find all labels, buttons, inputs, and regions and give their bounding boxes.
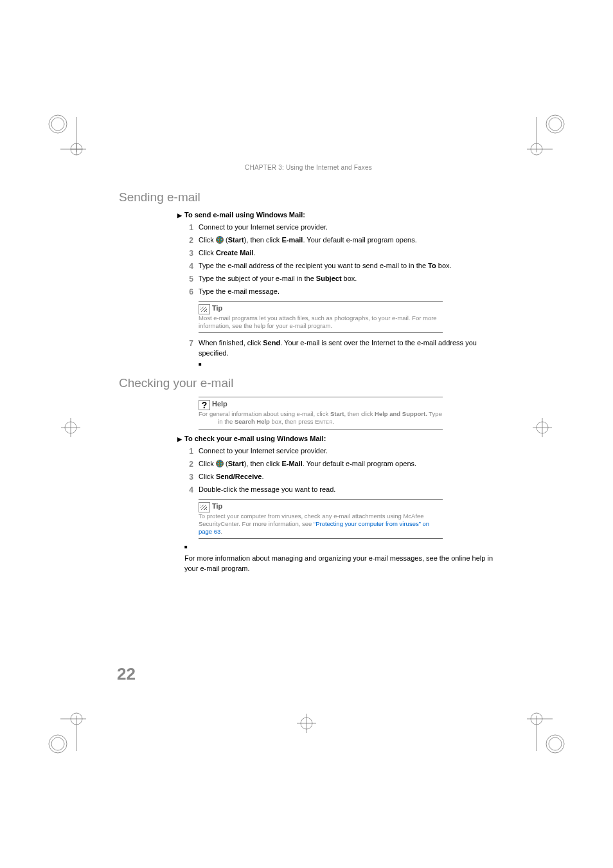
callout-body: in the — [216, 418, 235, 425]
callout-body: . — [333, 418, 335, 425]
procedure-heading: ▶ To send e-mail using Windows Mail: — [184, 211, 498, 219]
step-text: Send/Receive — [216, 473, 262, 480]
step-list: 7When finished, click Send. Your e-mail … — [184, 338, 498, 359]
step-text: Click — [199, 249, 216, 257]
step-text: ( — [224, 236, 228, 244]
step-item: 4Double-click the message you want to re… — [184, 485, 498, 495]
step-text: Type the e-mail address of the recipient… — [199, 262, 428, 269]
step-text: Connect to your Internet service provide… — [199, 223, 328, 231]
svg-point-8 — [549, 118, 562, 131]
crop-mark-icon — [48, 114, 86, 172]
callout-body: Start — [330, 410, 344, 417]
step-text: E-Mail — [281, 460, 302, 467]
step-number: 3 — [184, 248, 193, 259]
callout-body: Most e-mail programs let you attach file… — [199, 314, 437, 329]
step-text: Subject — [316, 275, 342, 282]
crop-mark-icon — [527, 696, 565, 754]
tip-icon — [199, 304, 210, 314]
procedure-heading: ▶ To check your e-mail using Windows Mai… — [184, 435, 498, 442]
step-text: Click — [199, 460, 216, 467]
triangle-icon: ▶ — [177, 436, 182, 442]
crop-mark-icon — [48, 696, 86, 754]
step-text: . Your default e-mail program opens. — [303, 460, 416, 467]
step-text: When finished, click — [199, 339, 263, 347]
tip-icon — [199, 502, 210, 512]
callout-body: Type — [427, 410, 442, 417]
callout-body: Enter — [315, 418, 333, 425]
step-item: 1Connect to your Internet service provid… — [184, 222, 498, 233]
page-content: CHAPTER 3: Using the Internet and Faxes … — [119, 164, 498, 574]
step-text: Type the e-mail message. — [199, 287, 280, 295]
callout-title: Tip — [212, 304, 222, 312]
callout-body: Search Help — [235, 418, 270, 425]
step-text: ), then click — [244, 236, 282, 244]
step-list: 1Connect to your Internet service provid… — [184, 446, 498, 495]
page-number: 22 — [117, 664, 136, 684]
crop-mark-icon — [61, 418, 80, 437]
step-number: 2 — [184, 459, 193, 470]
triangle-icon: ▶ — [177, 212, 182, 219]
end-mark-icon: ■ — [199, 361, 498, 367]
tip-callout: Tip To protect your computer from viruse… — [199, 499, 443, 539]
step-item: 3Click Create Mail. — [184, 248, 498, 258]
step-item: 1Connect to your Internet service provid… — [184, 446, 498, 457]
step-text: . — [262, 473, 263, 480]
crop-mark-icon — [527, 114, 565, 172]
step-text: Start — [228, 236, 244, 244]
tip-callout: Tip Most e-mail programs let you attach … — [199, 301, 443, 334]
step-item: 5Type the subject of your e-mail in the … — [184, 274, 498, 284]
step-text: box. — [342, 275, 357, 282]
step-text: Double-click the message you want to rea… — [199, 485, 335, 493]
step-number: 2 — [184, 235, 193, 246]
step-item: 7When finished, click Send. Your e-mail … — [184, 338, 498, 359]
section-heading-sending: Sending e-mail — [119, 190, 498, 204]
callout-body: Help and Support. — [375, 410, 427, 417]
step-item: 6Type the e-mail message. — [184, 287, 498, 297]
callout-title: Help — [212, 400, 227, 408]
section-heading-checking: Checking your e-mail — [119, 376, 498, 390]
end-mark-icon: ■ — [184, 544, 498, 550]
step-text: Click — [199, 473, 216, 480]
step-text: Start — [228, 460, 244, 467]
chapter-header: CHAPTER 3: Using the Internet and Faxes — [119, 164, 498, 171]
step-item: 4Type the e-mail address of the recipien… — [184, 261, 498, 271]
step-text: . Your default e-mail program opens. — [303, 236, 416, 244]
crop-mark-icon — [297, 714, 316, 733]
step-number: 1 — [184, 222, 193, 233]
step-text: box. — [436, 262, 452, 269]
svg-point-19 — [51, 737, 64, 750]
step-number: 5 — [184, 274, 193, 285]
step-number: 7 — [184, 338, 193, 349]
windows-logo-icon — [216, 460, 224, 467]
help-icon — [199, 400, 210, 410]
step-item: 2Click (Start), then click E-Mail. Your … — [184, 459, 498, 469]
step-text: Connect to your Internet service provide… — [199, 447, 328, 455]
callout-body: box, then press — [270, 418, 315, 425]
step-text: Type the subject of your e-mail in the — [199, 275, 316, 282]
svg-point-1 — [51, 118, 64, 131]
callout-body: For general information about using e-ma… — [199, 410, 330, 417]
help-callout: Help For general information about using… — [199, 397, 443, 429]
step-text: ), then click — [244, 460, 282, 467]
procedure-heading-text: To check your e-mail using Windows Mail: — [184, 435, 326, 442]
step-text: . — [254, 249, 256, 257]
closing-paragraph: For more information about managing and … — [184, 554, 498, 574]
callout-body: . — [220, 528, 222, 535]
step-item: 2Click (Start), then click E-mail. Your … — [184, 235, 498, 246]
step-text: ( — [224, 460, 228, 467]
step-number: 4 — [184, 485, 193, 496]
svg-point-24 — [549, 737, 562, 750]
windows-logo-icon — [216, 236, 224, 244]
callout-title: Tip — [212, 502, 222, 510]
crop-mark-icon — [533, 418, 552, 437]
callout-body: , then click — [344, 410, 375, 417]
step-text: Send — [263, 339, 280, 347]
step-number: 3 — [184, 472, 193, 483]
step-text: Click — [199, 236, 216, 244]
step-text: Create Mail — [216, 249, 254, 257]
step-number: 4 — [184, 261, 193, 272]
procedure-heading-text: To send e-mail using Windows Mail: — [184, 211, 305, 219]
step-number: 1 — [184, 446, 193, 457]
step-text: To — [428, 262, 436, 269]
step-number: 6 — [184, 287, 193, 298]
